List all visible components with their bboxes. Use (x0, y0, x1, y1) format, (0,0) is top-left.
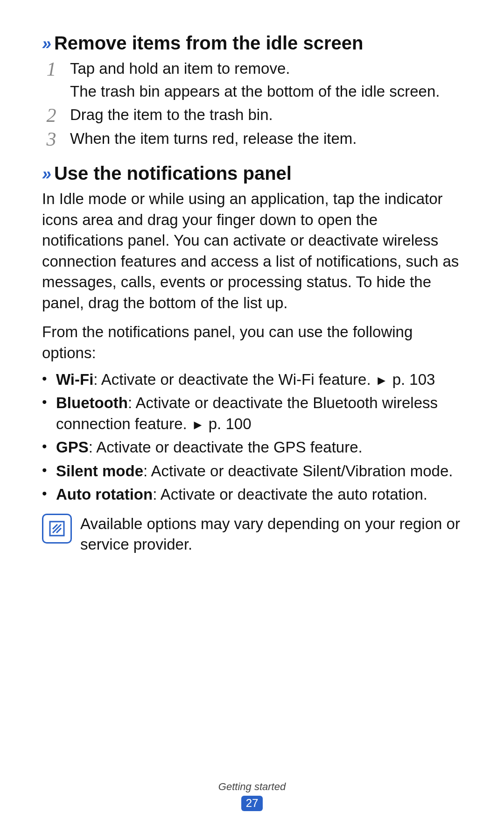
note-text: Available options may vary depending on … (80, 514, 462, 555)
arrow-right-icon: ► (375, 373, 388, 388)
options-list: Wi-Fi: Activate or deactivate the Wi-Fi … (42, 369, 462, 505)
step-number: 3 (42, 129, 61, 149)
step-2: 2 Drag the item to the trash bin. (42, 105, 462, 126)
heading-text: Remove items from the idle screen (54, 33, 363, 54)
step-line: Drag the item to the trash bin. (70, 106, 273, 123)
option-bluetooth: Bluetooth: Activate or deactivate the Bl… (42, 393, 462, 434)
step-body: Drag the item to the trash bin. (70, 105, 462, 126)
option-name: Auto rotation (56, 486, 153, 503)
option-gps: GPS: Activate or deactivate the GPS feat… (42, 437, 462, 458)
section-heading: ›› Use the notifications panel (42, 163, 462, 184)
option-text: : Activate or deactivate the GPS feature… (89, 438, 363, 456)
option-text: : Activate or deactivate Silent/Vibratio… (143, 462, 453, 480)
step-line: The trash bin appears at the bottom of t… (70, 81, 462, 102)
step-3: 3 When the item turns red, release the i… (42, 128, 462, 149)
page-reference[interactable]: p. 103 (388, 371, 435, 388)
page-reference[interactable]: p. 100 (204, 415, 252, 432)
chevron-right-icon: ›› (42, 34, 49, 54)
step-1: 1 Tap and hold an item to remove. The tr… (42, 58, 462, 102)
note-block: Available options may vary depending on … (42, 514, 462, 555)
options-lead: From the notifications panel, you can us… (42, 322, 462, 363)
step-number: 2 (42, 106, 61, 125)
section-notifications-panel: ›› Use the notifications panel In Idle m… (42, 163, 462, 555)
option-wifi: Wi-Fi: Activate or deactivate the Wi-Fi … (42, 369, 462, 390)
option-name: Silent mode (56, 462, 143, 480)
chevron-right-icon: ›› (42, 164, 49, 184)
page-footer: Getting started 27 (0, 781, 504, 811)
option-name: Wi-Fi (56, 371, 93, 388)
option-name: GPS (56, 438, 89, 456)
option-text: : Activate or deactivate the auto rotati… (153, 486, 427, 503)
heading-text: Use the notifications panel (54, 163, 292, 184)
option-auto-rotation: Auto rotation: Activate or deactivate th… (42, 484, 462, 505)
step-body: Tap and hold an item to remove. The tras… (70, 58, 462, 102)
section-remove-items: ›› Remove items from the idle screen 1 T… (42, 33, 462, 149)
note-icon (42, 514, 72, 544)
option-silent-mode: Silent mode: Activate or deactivate Sile… (42, 461, 462, 482)
section-heading: ›› Remove items from the idle screen (42, 33, 462, 54)
manual-page: ›› Remove items from the idle screen 1 T… (0, 0, 504, 827)
step-line: When the item turns red, release the ite… (70, 130, 357, 147)
intro-paragraph: In Idle mode or while using an applicati… (42, 189, 462, 313)
step-body: When the item turns red, release the ite… (70, 128, 462, 149)
step-line: Tap and hold an item to remove. (70, 60, 290, 77)
option-name: Bluetooth (56, 394, 128, 411)
footer-section-label: Getting started (0, 781, 504, 793)
page-number-badge: 27 (241, 796, 263, 811)
option-text: : Activate or deactivate the Wi-Fi featu… (93, 371, 375, 388)
arrow-right-icon: ► (191, 417, 204, 432)
step-number: 1 (42, 59, 61, 79)
